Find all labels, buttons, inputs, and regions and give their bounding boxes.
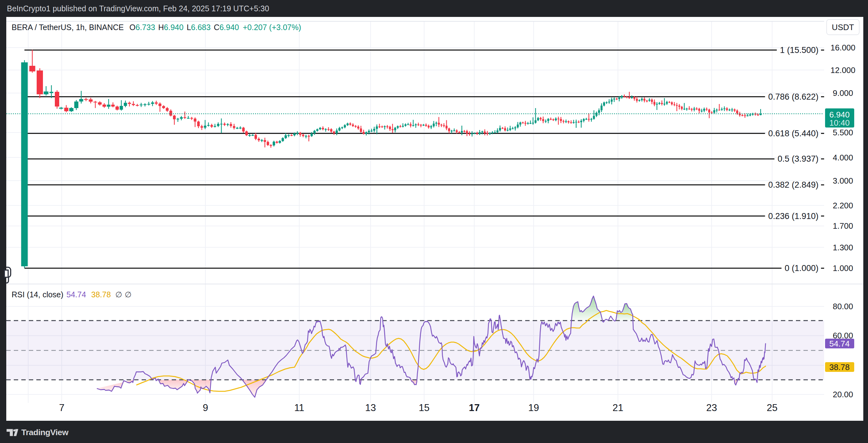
svg-text:54.74: 54.74	[66, 290, 86, 299]
svg-text:∅: ∅	[125, 290, 132, 299]
svg-text:∅: ∅	[115, 290, 122, 299]
svg-text:0.618 (5.440): 0.618 (5.440)	[768, 129, 818, 138]
svg-text:23: 23	[706, 402, 717, 413]
svg-text:BERA / TetherUS, 1h, BINANCEO6: BERA / TetherUS, 1h, BINANCEO6.733H6.940…	[11, 23, 301, 32]
svg-text:0.236 (1.910): 0.236 (1.910)	[768, 212, 818, 221]
svg-text:0.382 (2.849): 0.382 (2.849)	[768, 180, 818, 190]
svg-text:38.78: 38.78	[829, 362, 849, 372]
svg-text:0.786 (8.622): 0.786 (8.622)	[768, 92, 818, 101]
svg-text:7: 7	[59, 402, 64, 413]
svg-text:38.78: 38.78	[91, 290, 111, 299]
svg-text:2.200: 2.200	[833, 201, 853, 210]
svg-text:4.000: 4.000	[833, 153, 853, 162]
svg-text:80.00: 80.00	[833, 302, 853, 311]
svg-text:10:40: 10:40	[829, 118, 849, 128]
svg-text:20.00: 20.00	[833, 390, 853, 399]
svg-text:15: 15	[418, 402, 429, 413]
svg-text:9: 9	[203, 402, 208, 413]
svg-text:RSI (14, close): RSI (14, close)	[11, 290, 63, 299]
svg-text:16.000: 16.000	[830, 43, 856, 52]
svg-text:13: 13	[365, 402, 376, 413]
svg-text:5.500: 5.500	[833, 128, 853, 137]
svg-text:3.000: 3.000	[833, 176, 853, 186]
svg-text:TradingView: TradingView	[21, 428, 69, 437]
svg-text:21: 21	[613, 402, 623, 413]
svg-text:19: 19	[528, 402, 539, 413]
svg-text:1.300: 1.300	[833, 243, 853, 252]
svg-text:54.74: 54.74	[829, 339, 849, 348]
svg-text:0 (1.000): 0 (1.000)	[785, 263, 818, 273]
svg-text:9.000: 9.000	[833, 88, 853, 98]
svg-text:0.5 (3.937): 0.5 (3.937)	[777, 154, 818, 163]
svg-text:11: 11	[294, 402, 304, 413]
svg-text:USDT: USDT	[832, 23, 854, 32]
svg-text:1 (15.500): 1 (15.500)	[780, 45, 818, 55]
svg-text:12.000: 12.000	[830, 65, 856, 75]
svg-text:25: 25	[767, 402, 777, 413]
svg-text:1.000: 1.000	[833, 263, 853, 273]
svg-text:1.700: 1.700	[833, 221, 853, 230]
svg-text:17: 17	[469, 402, 479, 413]
